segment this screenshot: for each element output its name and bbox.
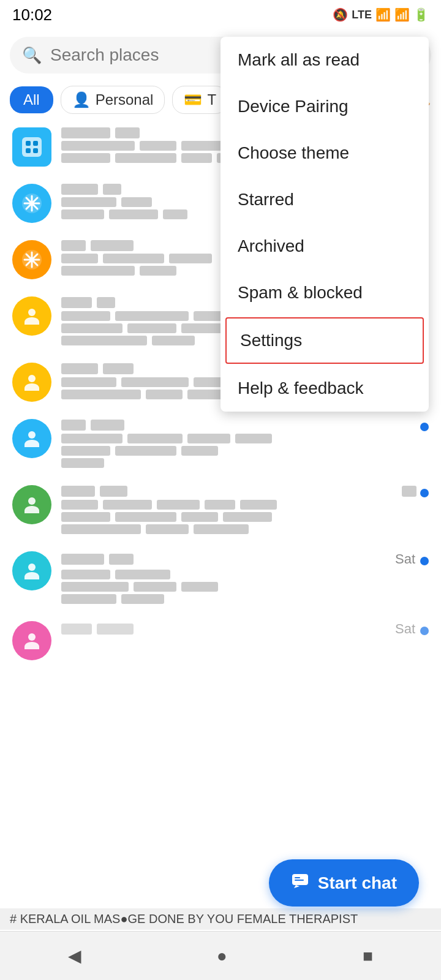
chat-content: [61, 419, 429, 468]
avatar: [12, 621, 51, 660]
list-item[interactable]: [0, 477, 441, 543]
dropdown-item-choose-theme[interactable]: Choose theme: [221, 130, 429, 176]
status-icons: 🔕 LTE 📶 📶 🔋: [333, 7, 429, 22]
signal-icon: 📶: [394, 7, 410, 22]
svg-rect-2: [33, 141, 38, 146]
battery-icon: 🔋: [413, 7, 429, 22]
svg-point-11: [28, 564, 36, 571]
status-time: 10:02: [12, 6, 52, 24]
avatar: [12, 485, 51, 524]
card-icon: 💳: [184, 91, 202, 108]
status-bar: 10:02 🔕 LTE 📶 📶 🔋: [0, 0, 441, 29]
lte-icon: LTE: [352, 9, 372, 21]
list-item[interactable]: Sat: [0, 543, 441, 612]
svg-point-7: [28, 309, 36, 316]
recents-button[interactable]: ■: [363, 946, 373, 966]
chat-content: Sat: [61, 621, 429, 639]
search-icon: 🔍: [22, 46, 42, 65]
unread-dot: [420, 627, 429, 635]
svg-rect-1: [26, 141, 31, 146]
svg-rect-0: [22, 137, 42, 157]
start-chat-label: Start chat: [318, 873, 397, 893]
home-button[interactable]: ●: [217, 946, 227, 966]
unread-dot: [420, 557, 429, 565]
svg-rect-3: [26, 148, 31, 153]
back-button[interactable]: ◀: [68, 946, 81, 966]
bottom-nav-bar: ◀ ● ■: [0, 931, 441, 980]
svg-point-9: [28, 431, 36, 439]
dropdown-item-spam-blocked[interactable]: Spam & blocked: [221, 270, 429, 316]
person-icon: 👤: [72, 91, 91, 108]
dropdown-item-device-pairing[interactable]: Device Pairing: [221, 83, 429, 130]
avatar: [12, 419, 51, 458]
dropdown-item-mark-all-read[interactable]: Mark all as read: [221, 37, 429, 83]
svg-point-12: [28, 633, 36, 641]
avatar: [12, 363, 51, 402]
svg-point-10: [28, 497, 36, 505]
tab-personal[interactable]: 👤 Personal: [61, 86, 165, 114]
dropdown-item-starred[interactable]: Starred: [221, 176, 429, 223]
dropdown-item-help-feedback[interactable]: Help & feedback: [221, 365, 429, 412]
svg-point-8: [28, 375, 36, 382]
bottom-notification-text: # KERALA OIL MAS●GE DONE BY YOU FEMALE T…: [0, 908, 441, 930]
tab-all[interactable]: All: [10, 86, 53, 113]
tab-extra[interactable]: 💳 T: [172, 86, 228, 114]
avatar: [12, 240, 51, 279]
avatar: [12, 296, 51, 336]
avatar: [12, 184, 51, 223]
chat-time-sat: Sat: [395, 551, 415, 567]
dropdown-item-settings[interactable]: Settings: [225, 317, 424, 364]
start-chat-fab[interactable]: Start chat: [269, 859, 419, 907]
avatar: [12, 127, 51, 167]
chat-time-sat2: Sat: [395, 621, 415, 637]
unread-dot: [420, 489, 429, 497]
start-chat-icon: [291, 872, 309, 894]
mute-icon: 🔕: [333, 7, 348, 22]
search-placeholder: Search places: [50, 45, 159, 65]
dropdown-menu: Mark all as read Device Pairing Choose t…: [221, 37, 429, 412]
avatar: [12, 551, 51, 590]
chat-content: [61, 485, 429, 534]
chat-content: Sat: [61, 551, 429, 604]
wifi-icon: 📶: [375, 7, 391, 22]
list-item[interactable]: Sat: [0, 612, 441, 669]
svg-rect-4: [33, 148, 38, 153]
unread-dot: [420, 423, 429, 431]
list-item[interactable]: [0, 410, 441, 477]
dropdown-item-archived[interactable]: Archived: [221, 223, 429, 270]
